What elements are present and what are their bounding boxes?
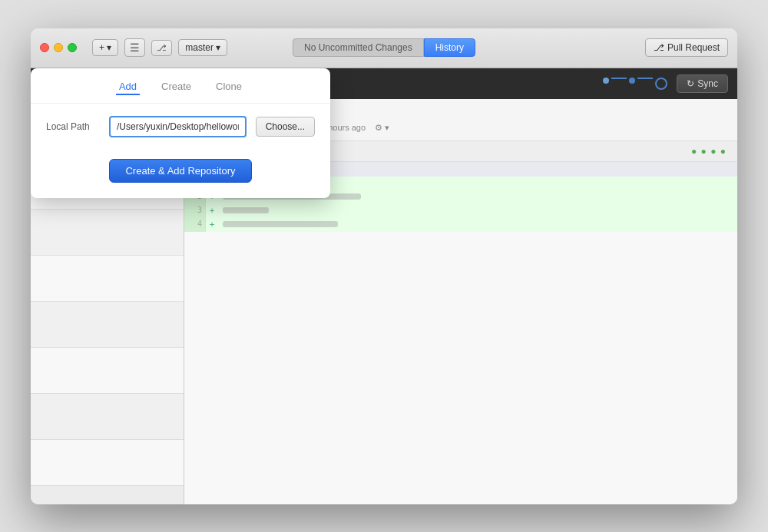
add-repository-popover: Add Create Clone Local Path Choose... Cr… [31,68,330,198]
progress-line [611,78,627,79]
line-num-4: 4 [184,218,206,232]
file-status-dots: ● ● ● ● [691,146,727,157]
diff-content-4 [218,218,737,232]
tab-uncommitted-changes[interactable]: No Uncommitted Changes [293,38,424,57]
branch-flow-button[interactable]: ⎇ [151,40,172,56]
commit-actions[interactable]: ⚙ ▾ [375,123,389,133]
progress-line-2 [637,78,653,79]
diff-row-4: 4 + [184,218,737,232]
add-repository-button[interactable]: + ▾ [92,39,118,56]
pull-request-icon: ⎇ [654,42,664,53]
tab-clone[interactable]: Clone [213,79,245,95]
tab-history[interactable]: History [424,38,475,57]
minimize-button[interactable] [54,43,63,52]
sync-label: Sync [697,78,718,89]
pull-request-label: Pull Request [667,42,720,53]
tab-create[interactable]: Create [158,79,194,95]
sidebar-row[interactable] [31,210,184,256]
sidebar-row[interactable] [31,302,184,348]
progress-dot-2 [629,78,635,84]
progress-indicator [603,78,667,90]
popover-tabs: Add Create Clone [31,68,330,104]
titlebar-tabs: No Uncommitted Changes History [293,38,475,57]
popover-body: Local Path Choose... [31,104,330,156]
local-path-row: Local Path Choose... [46,116,315,137]
titlebar-right: ⎇ Pull Request [645,38,728,57]
sync-button[interactable]: ↻ Sync [677,74,728,93]
choose-button[interactable]: Choose... [256,117,315,137]
local-path-label: Local Path [46,121,100,132]
progress-dot-3 [655,78,667,90]
local-path-input[interactable] [109,116,247,137]
sidebar-row[interactable] [31,256,184,302]
sidebar-row[interactable] [31,440,184,486]
maximize-button[interactable] [68,43,77,52]
sidebar-row[interactable] [31,348,184,394]
sync-icon: ↻ [687,78,694,89]
create-add-repository-button[interactable]: Create & Add Repository [109,159,251,183]
line-num-3: 3 [184,204,206,218]
pull-request-button[interactable]: ⎇ Pull Request [645,38,728,57]
diff-row-3: 3 + [184,204,737,218]
sync-progress [603,78,667,90]
sidebar-row[interactable] [31,394,184,440]
titlebar: + ▾ ☰ ⎇ master ▾ No Uncommitted Changes … [31,28,737,68]
app-window: + ▾ ☰ ⎇ master ▾ No Uncommitted Changes … [31,28,737,504]
popover-footer: Create & Add Repository [31,156,330,183]
sidebar-toggle-button[interactable]: ☰ [124,38,145,57]
traffic-lights [40,43,77,52]
progress-dot-1 [603,78,609,84]
branch-selector[interactable]: master ▾ [178,39,227,56]
tab-add[interactable]: Add [116,79,140,95]
titlebar-left: + ▾ ☰ ⎇ master ▾ [40,38,227,57]
close-button[interactable] [40,43,49,52]
diff-sign-3: + [206,204,218,218]
gear-icon: ⚙ ▾ [375,123,389,133]
main-area: 11 + [31,68,737,504]
diff-content-3 [218,204,737,218]
diff-sign-4: + [206,218,218,232]
